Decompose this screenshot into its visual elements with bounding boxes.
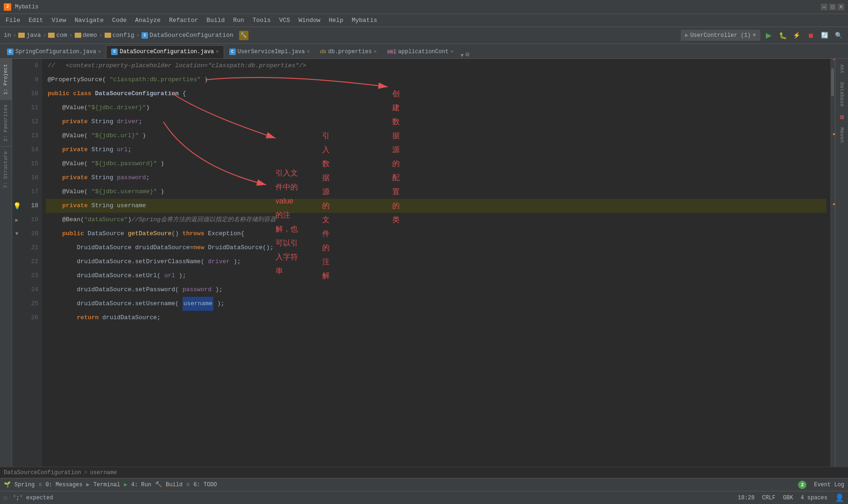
code-line-16: private String password; <box>46 171 827 185</box>
menu-build[interactable]: Build <box>203 15 228 26</box>
breadcrumb-config[interactable]: config <box>105 32 134 39</box>
encoding[interactable]: GBK <box>783 495 793 501</box>
line-num-10: 10 <box>21 87 38 101</box>
code-line-21: DruidDataSource druidDataSource=new Drui… <box>46 241 827 255</box>
tab-overflow-icon[interactable]: ▼ <box>460 53 464 58</box>
gutter-18-bulb[interactable]: 💡 <box>12 199 21 213</box>
spring-label[interactable]: Spring <box>14 482 35 488</box>
breadcrumb-demo[interactable]: demo <box>75 32 97 39</box>
tab-db-icon: db <box>320 49 326 55</box>
sidebar-tab-ant[interactable]: Ant <box>837 61 847 77</box>
status-bar-left: 🌱 Spring ≡ 0: Messages ▶ Terminal ▶ 4: R… <box>4 481 217 488</box>
tab-close-icon[interactable]: × <box>374 49 377 55</box>
gutter-15 <box>12 157 21 171</box>
breadcrumb-class-part: DataSourceConfiguration <box>4 469 81 476</box>
settings-icon[interactable]: ⚙ <box>466 50 469 58</box>
editor-breadcrumb: DataSourceConfiguration > username <box>0 467 848 478</box>
code-line-19: @Bean("dataSource")//Spring会将方法的返回值以指定的名… <box>46 213 827 227</box>
line-num-18: 18 <box>21 199 38 213</box>
breadcrumb-class[interactable]: C DataSourceConfiguration <box>141 32 233 39</box>
sync-button[interactable]: 🔄 <box>819 30 830 41</box>
gutter-20-arrow[interactable]: ▼ <box>12 227 21 241</box>
line-num-26: 26 <box>21 311 38 325</box>
breadcrumb-java[interactable]: java <box>18 32 41 39</box>
gutter-22 <box>12 255 21 269</box>
terminal-icon: ▶ <box>86 481 90 488</box>
sidebar-tab-database[interactable]: Database <box>837 78 847 111</box>
tab-close-icon[interactable]: × <box>98 49 101 55</box>
menu-view[interactable]: View <box>48 15 70 26</box>
code-line-23: druidDataSource.setUrl( url ); <box>46 269 827 283</box>
toolbar-right: ▶ UserController (1) ▼ ▶ 🐛 ⚡ ⏹ 🔄 🔍 <box>681 30 844 41</box>
tab-icon: C <box>7 49 14 55</box>
tab-application-context[interactable]: xml applicationCont × <box>382 45 459 58</box>
coverage-button[interactable]: ⚡ <box>791 30 802 41</box>
gutter-12 <box>12 115 21 129</box>
gutter-13 <box>12 129 21 143</box>
tab-spring-configuration[interactable]: C SpringConfiguration.java × <box>2 45 106 58</box>
scrollbar[interactable] <box>830 59 835 467</box>
debug-button[interactable]: 🐛 <box>777 30 788 41</box>
tab-userserviceimpl[interactable]: C UserServiceImpl.java × <box>224 45 315 58</box>
menu-help[interactable]: Help <box>325 15 347 26</box>
messages-label[interactable]: 0: Messages <box>45 482 82 488</box>
sidebar-tab-maven-label[interactable]: Maven <box>837 124 847 147</box>
line-num-24: 24 <box>21 283 38 297</box>
menu-window[interactable]: Window <box>295 15 324 26</box>
code-line-24: druidDataSource.setPassword( password ); <box>46 283 827 297</box>
code-line-25: druidDataSource.setUsername( username ); <box>46 297 827 311</box>
user-icon: 👤 <box>835 493 844 503</box>
code-line-13: @Value( "${jdbc.url}" ) <box>46 129 827 143</box>
menu-vcs[interactable]: VCS <box>276 15 294 26</box>
sidebar-tab-favorites[interactable]: 2: Favorites <box>0 99 12 146</box>
sidebar-tab-maven[interactable]: m <box>836 112 848 123</box>
stop-button[interactable]: ⏹ <box>805 30 816 41</box>
run-config[interactable]: ▶ UserController (1) ▼ <box>681 30 760 41</box>
menu-navigate[interactable]: Navigate <box>71 15 107 26</box>
menu-code[interactable]: Code <box>108 15 130 26</box>
dropdown-icon: ▼ <box>753 32 756 39</box>
close-button[interactable]: × <box>838 4 844 10</box>
tab-close-icon[interactable]: × <box>307 49 310 55</box>
sidebar-tab-project[interactable]: 1: Project <box>0 59 12 99</box>
menu-run[interactable]: Run <box>229 15 247 26</box>
line-num-12: 12 <box>21 115 38 129</box>
maximize-button[interactable]: □ <box>829 4 836 10</box>
sidebar-tab-structure[interactable]: 7: Structure <box>0 146 12 193</box>
terminal-label[interactable]: Terminal <box>93 482 120 488</box>
bottom-bar: ☐ ';' expected 18:28 CRLF GBK 4 spaces 👤 <box>0 491 848 504</box>
folder-icon <box>105 33 111 38</box>
menu-file[interactable]: File <box>2 15 24 26</box>
event-log-label[interactable]: Event Log <box>814 482 844 488</box>
menu-mybatis[interactable]: Mybatis <box>348 15 381 26</box>
tab-bar: C SpringConfiguration.java × C DataSourc… <box>0 44 848 59</box>
menu-analyze[interactable]: Analyze <box>131 15 164 26</box>
scrollbar-thumb[interactable] <box>831 68 834 96</box>
indent[interactable]: 4 spaces <box>800 495 827 501</box>
tab-db-properties[interactable]: db db.properties × <box>315 45 382 58</box>
menu-tools[interactable]: Tools <box>249 15 275 26</box>
run-button[interactable]: ▶ <box>763 30 774 41</box>
line-num-22: 22 <box>21 255 38 269</box>
tab-close-icon[interactable]: × <box>451 49 454 55</box>
main-layout: 1: Project 2: Favorites 7: Structure 💡 ▶… <box>0 59 848 467</box>
breadcrumb-com[interactable]: com <box>48 32 67 39</box>
tab-close-icon[interactable]: × <box>216 49 219 55</box>
tab-label: DataSourceConfiguration.java <box>120 49 214 55</box>
menu-refactor[interactable]: Refactor <box>165 15 202 26</box>
tab-datasource-configuration[interactable]: C DataSourceConfiguration.java × <box>106 45 224 58</box>
code-line-18: private String username <box>46 199 827 213</box>
run-label[interactable]: 4: Run <box>131 482 151 488</box>
gutter-19-arrow[interactable]: ▶ <box>12 213 21 227</box>
minimize-button[interactable]: – <box>821 4 827 10</box>
code-editor[interactable]: // <context:property-placeholder locatio… <box>42 59 830 467</box>
line-ending[interactable]: CRLF <box>762 495 776 501</box>
gutter-17 <box>12 185 21 199</box>
code-line-8: // <context:property-placeholder locatio… <box>46 59 827 73</box>
build-icon: 🔨 <box>155 481 162 488</box>
todo-label[interactable]: 6: TODO <box>193 482 217 488</box>
build-label[interactable]: Build <box>166 482 183 488</box>
menu-edit[interactable]: Edit <box>25 15 47 26</box>
search-everywhere-button[interactable]: 🔍 <box>833 30 844 41</box>
gutter-9 <box>12 73 21 87</box>
